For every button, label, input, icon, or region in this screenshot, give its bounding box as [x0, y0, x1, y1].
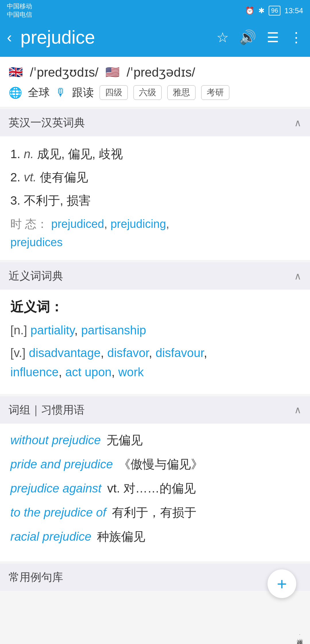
sound-icon[interactable]: 🔊: [239, 29, 256, 45]
syn-disadvantage[interactable]: disadvantage: [29, 346, 101, 360]
syn-bracket-v: [v.]: [10, 346, 29, 360]
phrase-pride-and-prejudice: pride and prejudice 《傲慢与偏见》: [10, 456, 300, 472]
word-title: prejudice: [20, 27, 208, 48]
toolbar-icons: ☆ 🔊 ☰ ⋮: [216, 29, 303, 45]
synonym-row-v: [v.] disadvantage, disfavor, disfavour, …: [10, 343, 300, 382]
phrase-def-2: 《傲慢与偏见》: [119, 456, 203, 472]
synonyms-heading: 近义词：: [10, 298, 300, 316]
examples-section-title: 常用例句库: [9, 570, 63, 585]
phrase-def-1: 无偏见: [106, 432, 143, 448]
synonyms-section-title: 近义词词典: [9, 269, 63, 283]
tense-prejudicing[interactable]: prejudicing: [111, 218, 166, 230]
tense-label: 时 态：: [10, 218, 48, 230]
syn-work[interactable]: work: [118, 365, 144, 379]
phrase-term-3[interactable]: prejudice against: [10, 482, 102, 495]
pronunciation-section: 🇬🇧 /ˈpredʒʊdɪs/ 🇺🇸 /ˈpredʒədɪs/ 🌐 全球 🎙 跟…: [0, 57, 310, 107]
phrase-term-2[interactable]: pride and prejudice: [10, 457, 113, 471]
phrase-prejudice-against: prejudice against vt. 对……的偏见: [10, 480, 300, 496]
phrases-content: without prejudice 无偏见 pride and prejudic…: [0, 424, 310, 561]
uk-pronunciation[interactable]: /ˈpredʒʊdɪs/: [30, 65, 98, 79]
mic-icon[interactable]: 🎙: [55, 86, 66, 99]
global-label: 全球: [28, 85, 50, 100]
add-fab-button[interactable]: +: [268, 569, 296, 598]
syn-bracket-n: [n.]: [10, 323, 30, 337]
level-tag-6[interactable]: 六级: [133, 85, 162, 100]
options-row: 🌐 全球 🎙 跟读 四级 六级 雅思 考研: [9, 85, 301, 100]
globe-icon: 🌐: [9, 86, 22, 99]
phrase-term-1[interactable]: without prejudice: [10, 433, 101, 447]
definition-2: 2. vt. 使有偏见: [10, 168, 300, 186]
phrase-term-5[interactable]: racial prejudice: [10, 530, 91, 544]
uk-flag-icon: 🇬🇧: [9, 65, 23, 79]
back-button[interactable]: ‹: [7, 29, 12, 46]
syn-disfavour[interactable]: disfavour: [156, 346, 204, 360]
favorite-icon[interactable]: ☆: [216, 29, 229, 45]
carrier2-label: 中国电信: [7, 11, 32, 19]
toolbar: ‹ prejudice ☆ 🔊 ☰ ⋮: [0, 20, 310, 55]
phrase-def-5: 种族偏见: [97, 529, 145, 545]
carrier-info: 中国移动 中国电信: [7, 2, 32, 19]
time-display: 13:54: [284, 6, 303, 15]
en-cn-chevron-icon: ∧: [294, 117, 301, 129]
en-cn-section-title: 英汉一汉英词典: [9, 115, 85, 130]
phrase-racial-prejudice: racial prejudice 种族偏见: [10, 529, 300, 545]
level-tag-ielts[interactable]: 雅思: [167, 85, 195, 100]
syn-influence[interactable]: influence: [10, 365, 59, 379]
syn-act-upon[interactable]: act upon: [65, 365, 111, 379]
tense-row: 时 态： prejudiced, prejudicing, prejudices: [10, 215, 300, 251]
phrases-chevron-icon: ∧: [294, 404, 301, 416]
us-pronunciation[interactable]: /ˈpredʒədɪs/: [127, 65, 195, 79]
syn-partisanship[interactable]: partisanship: [81, 323, 146, 337]
level-tag-4[interactable]: 四级: [100, 85, 128, 100]
header-divider: [0, 55, 310, 57]
watermark: 懂·什么值得买: [296, 634, 304, 635]
synonyms-chevron-icon: ∧: [294, 270, 301, 282]
examples-section-header[interactable]: 常用例句库: [0, 564, 310, 591]
definition-3: 3. 不利于, 损害: [10, 191, 300, 210]
phrase-without-prejudice: without prejudice 无偏见: [10, 432, 300, 448]
syn-partiality[interactable]: partiality: [30, 323, 74, 337]
tense-prejudices[interactable]: prejudices: [10, 236, 63, 249]
bluetooth-icon: ✱: [258, 6, 265, 15]
definition-1: 1. n. 成见, 偏见, 歧视: [10, 145, 300, 163]
phrases-section-header[interactable]: 词组｜习惯用语 ∧: [0, 396, 310, 424]
status-right: ⏰ ✱ 96 13:54: [245, 6, 303, 15]
syn-disfavor[interactable]: disfavor: [107, 346, 149, 360]
synonym-row-n: [n.] partiality, partisanship: [10, 321, 300, 340]
en-cn-section-header[interactable]: 英汉一汉英词典 ∧: [0, 109, 310, 136]
status-bar: 中国移动 中国电信 ⏰ ✱ 96 13:54: [0, 0, 310, 20]
synonyms-content: 近义词： [n.] partiality, partisanship [v.] …: [0, 290, 310, 394]
follow-label: 跟读: [72, 85, 94, 100]
tense-prejudiced[interactable]: prejudiced: [51, 218, 104, 230]
level-tag-postgrad[interactable]: 考研: [201, 85, 229, 100]
carrier1-label: 中国移动: [7, 2, 32, 11]
battery-indicator: 96: [269, 6, 280, 15]
phrase-to-the-prejudice-of: to the prejudice of 有利于，有损于: [10, 505, 300, 521]
phrase-def-4: 有利于，有损于: [112, 505, 196, 521]
more-icon[interactable]: ⋮: [289, 29, 303, 45]
pronunciation-row: 🇬🇧 /ˈpredʒʊdɪs/ 🇺🇸 /ˈpredʒədɪs/: [9, 65, 301, 79]
phrases-section-title: 词组｜习惯用语: [9, 403, 85, 417]
list-icon[interactable]: ☰: [267, 29, 279, 45]
synonyms-section-header[interactable]: 近义词词典 ∧: [0, 262, 310, 290]
phrase-term-4[interactable]: to the prejudice of: [10, 506, 106, 519]
en-cn-dict-content: 1. n. 成见, 偏见, 歧视 2. vt. 使有偏见 3. 不利于, 损害 …: [0, 136, 310, 260]
us-flag-icon: 🇺🇸: [105, 65, 120, 79]
alarm-icon: ⏰: [245, 6, 254, 15]
phrase-def-3: vt. 对……的偏见: [107, 480, 196, 496]
